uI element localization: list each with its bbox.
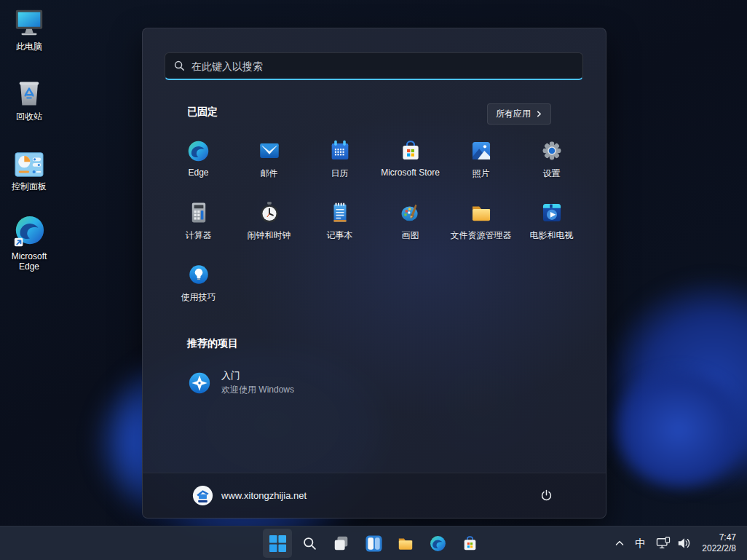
app-label: 记事本 [327,229,353,242]
start-search-box[interactable] [165,52,583,80]
get-started-icon [187,371,212,395]
search-input[interactable] [191,60,574,72]
recommended-section-header: 推荐的项目 [187,337,238,350]
clock-time: 7:47 [702,532,736,543]
app-label: Microsoft Store [381,167,440,178]
tray-overflow-button[interactable] [609,529,630,558]
pinned-app-store[interactable]: Microsoft Store [375,132,446,194]
store-icon [398,138,423,163]
desktop-icon-label: 此电脑 [16,42,42,52]
edge-icon [429,535,447,553]
pinned-app-calendar[interactable]: 日历 [304,132,375,194]
task-view-button[interactable] [327,529,356,558]
app-label: 电影和电视 [530,229,574,242]
settings-icon [540,138,564,163]
file-explorer-icon [469,200,494,225]
pinned-app-edge[interactable]: Edge [163,132,234,194]
pinned-app-notepad[interactable]: 记事本 [304,194,375,256]
taskbar-edge-button[interactable] [423,529,452,558]
network-volume-button[interactable] [651,529,695,558]
recommended-item-get-started[interactable]: 入门 欢迎使用 Windows [178,363,411,402]
desktop-icon-edge[interactable]: Microsoft Edge [0,216,58,272]
store-icon [461,535,479,553]
app-label: 使用技巧 [181,291,216,304]
pinned-app-file-explorer[interactable]: 文件资源管理器 [446,194,516,256]
app-label: 闹钟和时钟 [248,229,291,242]
desktop-icon-label: Microsoft Edge [1,251,57,272]
pinned-app-alarms-clock[interactable]: 闹钟和时钟 [234,194,304,256]
this-pc-icon [12,6,46,39]
pinned-app-settings[interactable]: 设置 [516,132,587,194]
start-menu-panel: 已固定 所有应用 Edge [142,28,606,518]
power-button[interactable] [532,484,560,508]
edge-icon [186,138,211,163]
app-label: 画图 [402,229,419,242]
pinned-app-mail[interactable]: 邮件 [234,132,304,194]
movies-tv-icon [540,200,564,225]
desktop-icon-control-panel[interactable]: 控制面板 [0,146,58,192]
clock[interactable]: 7:47 2022/2/8 [695,532,743,554]
search-icon [302,536,317,551]
file-explorer-icon [396,534,415,553]
widgets-icon [365,535,383,553]
photos-icon [469,138,494,163]
ime-button[interactable]: 中 [630,529,651,558]
taskbar-search-button[interactable] [295,529,324,558]
desktop-icon-label: 回收站 [16,111,42,122]
search-icon [174,60,185,71]
desktop-icon-this-pc[interactable]: 此电脑 [0,6,58,52]
pinned-apps-grid: Edge 邮件 [163,132,587,318]
clock-date: 2022/2/8 [702,543,736,554]
pinned-app-movies-tv[interactable]: 电影和电视 [516,194,587,256]
desktop-icon-recycle-bin[interactable]: 回收站 [0,76,58,122]
taskbar-store-button[interactable] [455,529,484,558]
app-label: 计算器 [186,229,212,242]
recycle-bin-icon [13,76,45,109]
app-label: 照片 [473,167,490,180]
desktop-icon-label: 控制面板 [12,181,47,192]
all-apps-label: 所有应用 [496,108,531,120]
notepad-icon [328,200,352,225]
control-panel-icon [12,146,46,179]
power-icon [540,489,553,502]
ime-label: 中 [635,537,646,551]
alarms-clock-icon [257,200,282,225]
calculator-icon [186,200,211,225]
recommended-item-title: 入门 [221,369,294,382]
mail-icon [257,138,282,163]
app-label: Edge [188,167,208,178]
edge-icon [12,216,46,249]
app-label: 文件资源管理器 [451,229,512,242]
start-button[interactable] [263,529,292,558]
pinned-app-paint[interactable]: 画图 [375,194,446,256]
network-icon [656,537,671,550]
start-icon [269,535,287,553]
taskbar-center-buttons [263,529,484,558]
app-label: 日历 [331,167,349,180]
user-avatar [192,485,213,506]
system-tray: 中 7:47 2022/2/8 [609,529,743,558]
pinned-section-header: 已固定 [187,106,218,119]
taskbar-file-explorer-button[interactable] [391,529,420,558]
user-profile-button[interactable]: www.xitongzhijia.net [185,481,314,510]
pinned-app-photos[interactable]: 照片 [446,132,516,194]
start-menu-footer: www.xitongzhijia.net [143,473,606,518]
volume-icon [677,537,690,550]
tips-icon [186,262,211,287]
app-label: 设置 [543,167,561,180]
taskbar: 中 7:47 2022/2/8 [0,526,747,560]
pinned-app-tips[interactable]: 使用技巧 [163,256,234,318]
paint-icon [398,200,423,225]
calendar-icon [328,138,352,163]
widgets-button[interactable] [359,529,388,558]
pinned-app-calculator[interactable]: 计算器 [163,194,234,256]
app-label: 邮件 [261,167,278,180]
chevron-up-icon [614,538,625,548]
task-view-icon [333,535,350,552]
chevron-right-icon [536,111,542,117]
all-apps-button[interactable]: 所有应用 [487,103,551,125]
user-name-label: www.xitongzhijia.net [221,490,307,501]
recommended-item-subtitle: 欢迎使用 Windows [221,384,294,396]
